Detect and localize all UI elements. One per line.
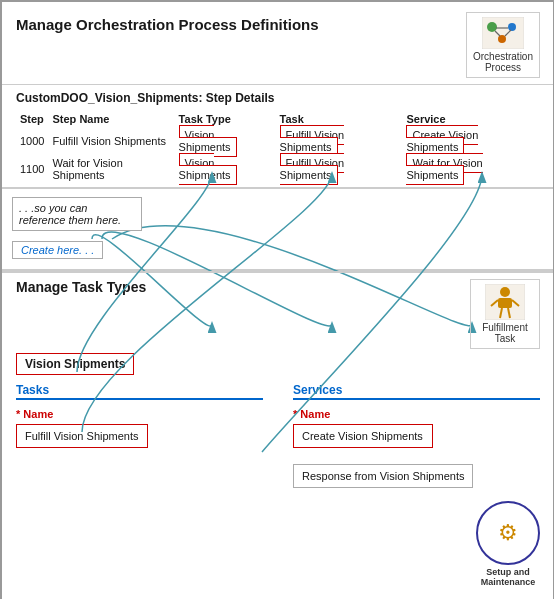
cell-task-1000: Fulfill Vision Shipments [276, 127, 403, 155]
tab-tasks[interactable]: Tasks [16, 383, 263, 400]
vision-shipments-label[interactable]: Vision Shipments [16, 353, 134, 375]
cell-step-1100: 1100 [16, 155, 48, 183]
cell-task-1100: Fulfill Vision Shipments [276, 155, 403, 183]
service-box-1100[interactable]: Wait for Vision Shipments [406, 153, 482, 185]
task-types-left: Manage Task Types [16, 279, 146, 295]
tab-services[interactable]: Services [293, 383, 540, 400]
step-details-title: CustomDOO_Vision_Shipments: Step Details [16, 91, 540, 105]
cell-step-1000: 1000 [16, 127, 48, 155]
svg-rect-9 [498, 298, 512, 308]
cell-tasktype-1100: Vision Shipments [175, 155, 276, 183]
fulfillment-icon-label: Fulfillment Task [482, 322, 528, 344]
tab-tasks-underline [16, 398, 263, 400]
services-name-label: * Name [293, 408, 540, 420]
svg-rect-0 [482, 17, 524, 49]
step-details-section: CustomDOO_Vision_Shipments: Step Details… [2, 85, 554, 189]
table-row: 1100 Wait for Vision Shipments Vision Sh… [16, 155, 540, 183]
two-col-layout: Tasks * Name Fulfill Vision Shipments Se… [16, 383, 540, 488]
svg-point-8 [500, 287, 510, 297]
col-step-name: Step Name [48, 111, 174, 127]
orchestration-icon-box[interactable]: Orchestration Process [466, 12, 540, 78]
task-types-section: Manage Task Types Fulfillment Task [2, 271, 554, 494]
orchestration-process-icon [482, 17, 524, 49]
tab-services-label[interactable]: Services [293, 383, 342, 397]
fulfillment-task-icon [485, 284, 525, 320]
orchestration-icon-label: Orchestration Process [473, 51, 533, 73]
response-box-wrapper: Response from Vision Shipments [293, 460, 540, 488]
svg-point-3 [498, 35, 506, 43]
services-name-section: * Name Create Vision Shipments Response … [293, 408, 540, 488]
create-here-button[interactable]: Create here. . . [12, 241, 103, 259]
fulfillment-icon-box[interactable]: Fulfillment Task [470, 279, 540, 349]
task-types-title: Manage Task Types [16, 279, 146, 295]
tooltip-box: . . .so you can reference them here. [12, 197, 142, 231]
services-column: Services * Name Create Vision Shipments … [293, 383, 540, 488]
tab-tasks-label[interactable]: Tasks [16, 383, 49, 397]
cell-stepname-1100: Wait for Vision Shipments [48, 155, 174, 183]
fulfill-task-box[interactable]: Fulfill Vision Shipments [16, 424, 148, 448]
col-step: Step [16, 111, 48, 127]
task-type-box-1100[interactable]: Vision Shipments [179, 153, 237, 185]
tasks-name-section: * Name Fulfill Vision Shipments [16, 408, 263, 454]
setup-maintenance-circle[interactable]: ⚙ [476, 501, 540, 565]
tasks-column: Tasks * Name Fulfill Vision Shipments [16, 383, 263, 488]
task-box-1100[interactable]: Fulfill Vision Shipments [280, 153, 345, 185]
table-row: 1000 Fulfill Vision Shipments Vision Shi… [16, 127, 540, 155]
page-title: Manage Orchestration Process Definitions [16, 12, 319, 33]
setup-maintenance-label: Setup and Maintenance [481, 567, 536, 587]
svg-point-2 [508, 23, 516, 31]
svg-point-1 [487, 22, 497, 32]
gear-icon: ⚙ [498, 520, 518, 546]
create-service-box[interactable]: Create Vision Shipments [293, 424, 433, 448]
tasks-name-label: * Name [16, 408, 263, 420]
cell-service-1000: Create Vision Shipments [402, 127, 540, 155]
tab-services-underline [293, 398, 540, 400]
task-types-header: Manage Task Types Fulfillment Task [16, 279, 540, 349]
cell-stepname-1000: Fulfill Vision Shipments [48, 127, 174, 155]
step-table: Step Step Name Task Type Task Service 10… [16, 111, 540, 183]
cell-tasktype-1000: Vision Shipments [175, 127, 276, 155]
setup-maintenance-area[interactable]: ⚙ Setup and Maintenance [476, 501, 540, 587]
response-service-box: Response from Vision Shipments [293, 464, 473, 488]
tooltip-text: . . .so you can reference them here. [19, 202, 121, 226]
cell-service-1100: Wait for Vision Shipments [402, 155, 540, 183]
page-header: Manage Orchestration Process Definitions… [2, 2, 554, 85]
arrow-area: . . .so you can reference them here. Cre… [2, 189, 554, 269]
